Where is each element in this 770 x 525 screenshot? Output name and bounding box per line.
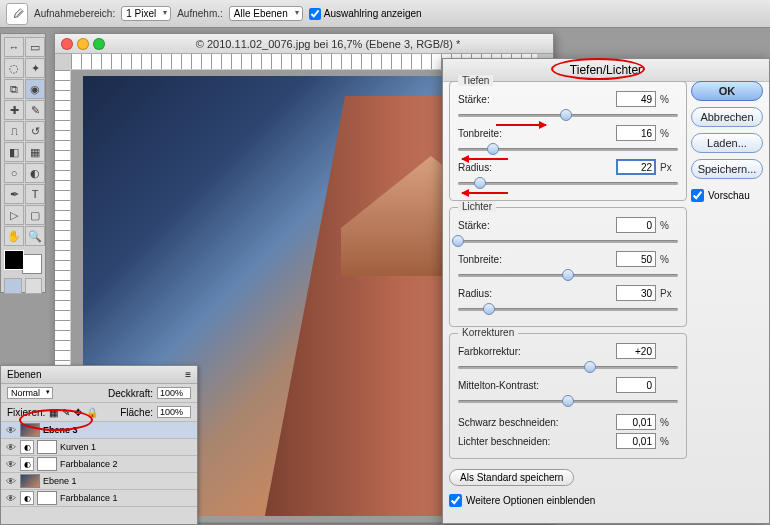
layer-name[interactable]: Ebene 3	[43, 425, 193, 435]
blur-tool[interactable]: ○	[4, 163, 24, 183]
preview-input[interactable]	[691, 189, 704, 202]
layer-name[interactable]: Kurven 1	[60, 442, 193, 452]
shadows-strength-input[interactable]	[616, 91, 656, 107]
zoom-window-icon[interactable]	[93, 38, 105, 50]
load-button[interactable]: Laden...	[691, 133, 763, 153]
panel-menu-icon[interactable]: ≡	[185, 369, 191, 380]
gradient-tool[interactable]: ▦	[25, 142, 45, 162]
ok-button[interactable]: OK	[691, 81, 763, 101]
crop-tool[interactable]: ⧉	[4, 79, 24, 99]
shadows-legend: Tiefen	[458, 75, 493, 86]
unit: %	[660, 254, 678, 265]
colorcorr-input[interactable]	[616, 343, 656, 359]
white-clip-label: Lichter beschneiden:	[458, 436, 612, 447]
type-tool[interactable]: T	[25, 184, 45, 204]
highlights-strength-label: Stärke:	[458, 220, 612, 231]
visibility-icon[interactable]: 👁	[5, 475, 17, 487]
lock-image-icon[interactable]: ✎	[62, 407, 70, 418]
save-button[interactable]: Speichern...	[691, 159, 763, 179]
pen-tool[interactable]: ✒	[4, 184, 24, 204]
sample-select[interactable]: Alle Ebenen	[229, 6, 303, 21]
zoom-tool[interactable]: 🔍	[25, 226, 45, 246]
layer-name[interactable]: Farbbalance 1	[60, 493, 193, 503]
path-tool[interactable]: ▷	[4, 205, 24, 225]
shape-tool[interactable]: ▢	[25, 205, 45, 225]
midtone-input[interactable]	[616, 377, 656, 393]
layer-row[interactable]: 👁 Ebene 1	[1, 473, 197, 490]
cancel-button[interactable]: Abbrechen	[691, 107, 763, 127]
shadows-tone-slider[interactable]	[458, 142, 678, 156]
layer-thumb[interactable]	[20, 474, 40, 488]
highlights-strength-slider[interactable]	[458, 234, 678, 248]
lock-transparent-icon[interactable]: ▦	[49, 407, 58, 418]
highlights-radius-input[interactable]	[616, 285, 656, 301]
white-clip-input[interactable]	[616, 433, 656, 449]
opacity-input[interactable]: 100%	[157, 387, 191, 399]
stamp-tool[interactable]: ⎍	[4, 121, 24, 141]
save-default-button[interactable]: Als Standard speichern	[449, 469, 574, 486]
visibility-icon[interactable]: 👁	[5, 492, 17, 504]
layers-tab-label: Ebenen	[7, 369, 41, 380]
visibility-icon[interactable]: 👁	[5, 458, 17, 470]
highlights-tone-slider[interactable]	[458, 268, 678, 282]
fg-color[interactable]	[4, 250, 24, 270]
shadows-radius-input[interactable]	[616, 159, 656, 175]
more-options-label: Weitere Optionen einblenden	[466, 495, 595, 506]
layers-tab[interactable]: Ebenen ≡	[1, 366, 197, 384]
brush-tool[interactable]: ✎	[25, 100, 45, 120]
heal-tool[interactable]: ✚	[4, 100, 24, 120]
layer-row[interactable]: 👁 Ebene 3	[1, 422, 197, 439]
highlights-radius-slider[interactable]	[458, 302, 678, 316]
more-options-input[interactable]	[449, 494, 462, 507]
show-ring-input[interactable]	[309, 8, 321, 20]
shadows-strength-label: Stärke:	[458, 94, 612, 105]
layer-row[interactable]: 👁 ◐ Farbbalance 2	[1, 456, 197, 473]
layer-row[interactable]: 👁 ◐ Kurven 1	[1, 439, 197, 456]
visibility-icon[interactable]: 👁	[5, 424, 17, 436]
lasso-tool[interactable]: ◌	[4, 58, 24, 78]
lock-all-icon[interactable]: 🔒	[86, 407, 98, 418]
mask-thumb[interactable]	[37, 491, 57, 505]
eyedropper-tool[interactable]: ◉	[25, 79, 45, 99]
colorcorr-slider[interactable]	[458, 360, 678, 374]
highlights-tone-label: Tonbreite:	[458, 254, 612, 265]
visibility-icon[interactable]: 👁	[5, 441, 17, 453]
shadows-tone-input[interactable]	[616, 125, 656, 141]
layer-name[interactable]: Farbbalance 2	[60, 459, 193, 469]
fill-input[interactable]: 100%	[157, 406, 191, 418]
eraser-tool[interactable]: ◧	[4, 142, 24, 162]
blend-mode-select[interactable]: Normal	[7, 387, 53, 399]
highlights-tone-input[interactable]	[616, 251, 656, 267]
dodge-tool[interactable]: ◐	[25, 163, 45, 183]
history-brush-tool[interactable]: ↺	[25, 121, 45, 141]
color-swatch[interactable]	[4, 250, 42, 274]
mask-thumb[interactable]	[37, 457, 57, 471]
mask-thumb[interactable]	[37, 440, 57, 454]
more-options-checkbox[interactable]: Weitere Optionen einblenden	[449, 494, 687, 507]
marquee-tool[interactable]: ▭	[25, 37, 45, 57]
hand-tool[interactable]: ✋	[4, 226, 24, 246]
dialog-button-column: OK Abbrechen Laden... Speichern... Vorsc…	[691, 81, 763, 202]
lock-position-icon[interactable]: ✥	[74, 407, 82, 418]
show-ring-checkbox[interactable]: Auswahlring anzeigen	[309, 8, 422, 20]
preview-checkbox[interactable]: Vorschau	[691, 189, 763, 202]
layer-row[interactable]: 👁 ◐ Farbbalance 1	[1, 490, 197, 507]
eyedropper-tool-icon[interactable]	[6, 3, 28, 25]
range-select[interactable]: 1 Pixel	[121, 6, 171, 21]
quickmask-mode[interactable]	[25, 278, 43, 294]
standard-mode[interactable]	[4, 278, 22, 294]
wand-tool[interactable]: ✦	[25, 58, 45, 78]
close-icon[interactable]	[61, 38, 73, 50]
adj-icon: ◐	[20, 457, 34, 471]
move-tool[interactable]: ↔	[4, 37, 24, 57]
highlights-strength-input[interactable]	[616, 217, 656, 233]
shadows-radius-slider[interactable]	[458, 176, 678, 190]
layer-name[interactable]: Ebene 1	[43, 476, 193, 486]
midtone-slider[interactable]	[458, 394, 678, 408]
shadows-strength-slider[interactable]	[458, 108, 678, 122]
minimize-icon[interactable]	[77, 38, 89, 50]
doc-titlebar[interactable]: © 2010.11.02_0076.jpg bei 16,7% (Ebene 3…	[55, 34, 553, 54]
bg-color[interactable]	[22, 254, 42, 274]
layer-thumb[interactable]	[20, 423, 40, 437]
black-clip-input[interactable]	[616, 414, 656, 430]
